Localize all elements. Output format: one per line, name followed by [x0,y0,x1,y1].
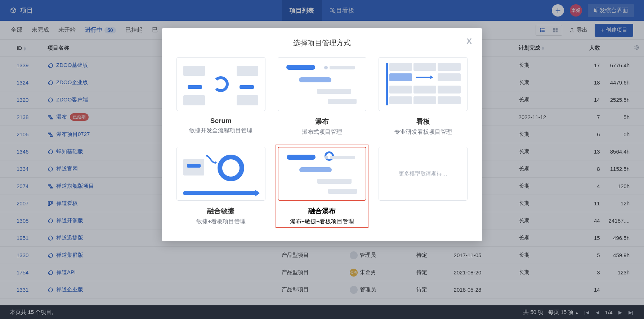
project-type-card-waterfall[interactable]: 瀑布 瀑布式项目管理 [278,57,367,136]
card-thumb [278,147,367,201]
project-type-card-waterfall-mix[interactable]: 融合瀑布 瀑布+敏捷+看板项目管理 [278,147,367,225]
card-title: 融合瀑布 [278,206,367,216]
card-subtitle: 敏捷+看板项目管理 [176,218,265,225]
project-type-card-more: 更多模型敬请期待… [379,147,468,225]
modal-title: 选择项目管理方式 [176,38,468,48]
card-thumb [176,57,265,111]
card-title: 看板 [379,117,468,126]
project-type-modal: 选择项目管理方式 X Scrum 敏捷开发全流程项目管理 瀑布 瀑布式项目管理 … [162,28,482,241]
project-type-card-kanban[interactable]: 看板 专业研发看板项目管理 [379,57,468,136]
card-title: 瀑布 [278,117,367,126]
card-thumb [176,147,265,201]
close-icon[interactable]: X [466,37,472,46]
project-type-card-scrum[interactable]: Scrum 敏捷开发全流程项目管理 [176,57,265,136]
card-subtitle: 专业研发看板项目管理 [379,128,468,136]
card-subtitle: 瀑布+敏捷+看板项目管理 [278,218,367,225]
card-thumb [379,57,468,111]
card-title: Scrum [176,117,265,125]
card-subtitle: 敏捷开发全流程项目管理 [176,127,265,135]
card-subtitle: 瀑布式项目管理 [278,128,367,136]
card-thumb [278,57,367,111]
card-title: 融合敏捷 [176,206,265,216]
project-type-card-agile-mix[interactable]: 融合敏捷 敏捷+看板项目管理 [176,147,265,225]
placeholder-text: 更多模型敬请期待… [379,147,468,201]
